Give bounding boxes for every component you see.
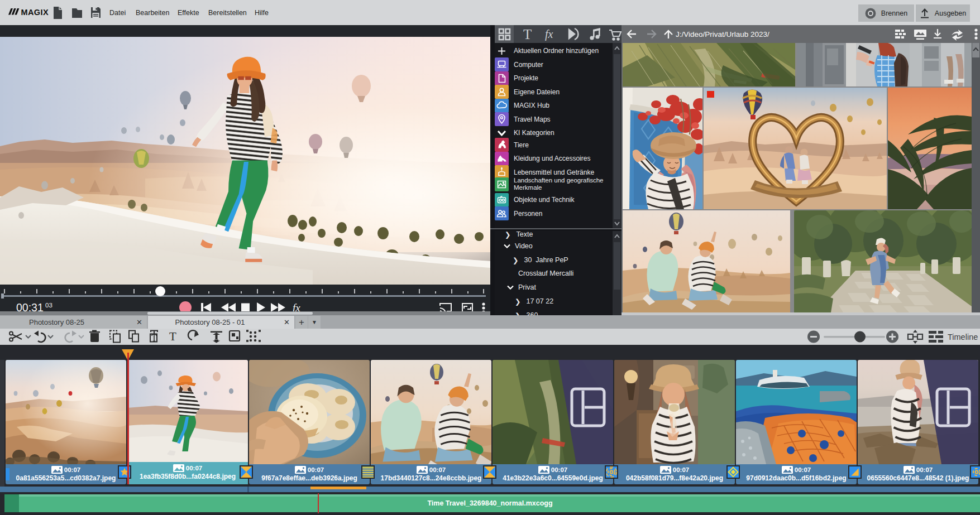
svg-text:fx: fx xyxy=(545,28,553,41)
svg-text:T: T xyxy=(523,27,532,42)
svg-text:T: T xyxy=(169,330,176,343)
svg-text:Timeline: Timeline xyxy=(948,333,978,341)
svg-text:MAGIX: MAGIX xyxy=(21,8,49,17)
